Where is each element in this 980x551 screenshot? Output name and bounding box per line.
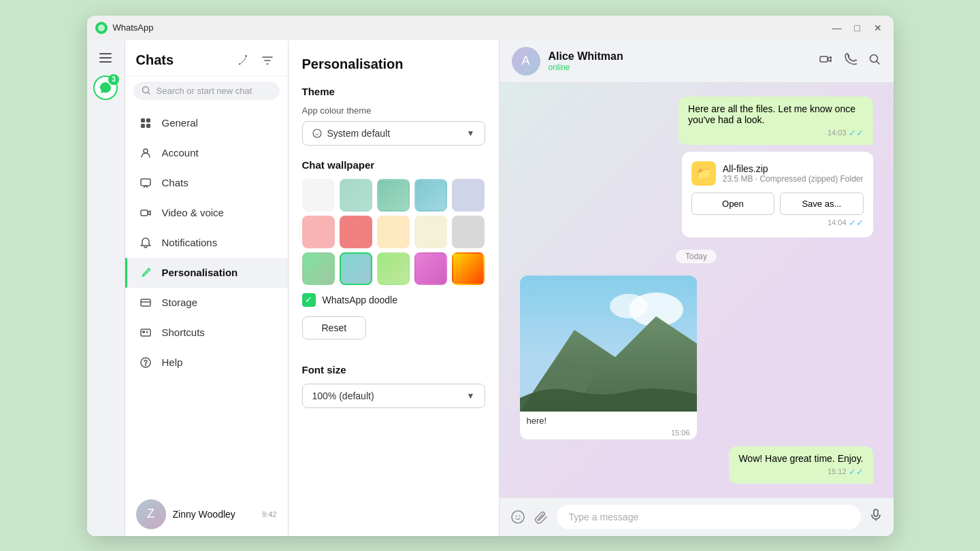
- svg-point-26: [515, 515, 517, 516]
- filter-icon[interactable]: [258, 51, 277, 70]
- svg-rect-8: [146, 124, 150, 128]
- save-file-button[interactable]: Save as...: [780, 193, 863, 215]
- svg-point-9: [144, 149, 148, 153]
- wallpaper-swatch-5[interactable]: [452, 179, 485, 212]
- minimize-button[interactable]: —: [830, 20, 845, 35]
- avatar-placeholder: Z: [136, 499, 166, 529]
- svg-rect-28: [874, 510, 878, 516]
- wallpaper-grid: [302, 179, 485, 285]
- compose-icon[interactable]: [233, 51, 252, 70]
- svg-rect-3: [99, 61, 112, 63]
- svg-rect-10: [141, 179, 150, 186]
- sidebar-item-storage[interactable]: Storage: [125, 288, 288, 318]
- video-call-icon[interactable]: [819, 52, 832, 69]
- file-actions: Open Save as...: [691, 193, 864, 215]
- sidebar-item-general[interactable]: General: [125, 108, 288, 138]
- font-section: Font size 100% (default) ▼: [302, 364, 485, 408]
- title-bar: WhatsApp — □ ✕: [87, 16, 894, 40]
- sidebar-label-personalisation: Personalisation: [162, 267, 238, 278]
- doodle-label: WhatsApp doodle: [323, 295, 398, 305]
- wallpaper-swatch-9[interactable]: [414, 216, 447, 248]
- sidebar-title: Chats: [136, 52, 174, 68]
- sidebar-label-shortcuts: Shortcuts: [162, 327, 205, 338]
- file-details: All-files.zip 23.5 MB · Compressed (zipp…: [723, 163, 864, 184]
- svg-point-27: [519, 515, 520, 516]
- close-button[interactable]: ✕: [870, 20, 885, 35]
- svg-rect-7: [141, 124, 145, 128]
- attachment-icon[interactable]: [534, 510, 549, 524]
- photo-caption: here! 15:06: [520, 412, 697, 439]
- file-message: 📁 All-files.zip 23.5 MB · Compressed (zi…: [682, 152, 873, 237]
- message-time-4: 15:12 ✓✓: [738, 467, 863, 477]
- svg-rect-12: [141, 299, 150, 306]
- sidebar-item-help[interactable]: Help: [125, 348, 288, 378]
- message-bubble-4: Wow! Have great time. Enjoy. 15:12 ✓✓: [729, 446, 872, 484]
- sidebar-item-account[interactable]: Account: [125, 138, 288, 168]
- font-size-dropdown[interactable]: 100% (default) ▼: [302, 384, 485, 408]
- app-window: WhatsApp — □ ✕ 3: [87, 16, 894, 536]
- wallpaper-swatch-7[interactable]: [340, 216, 372, 248]
- wallpaper-swatch-12[interactable]: [340, 252, 372, 285]
- photo-image[interactable]: [520, 276, 697, 412]
- wallpaper-swatch-4[interactable]: [414, 179, 447, 212]
- svg-rect-5: [141, 118, 145, 122]
- voice-call-icon[interactable]: [843, 52, 857, 69]
- svg-point-25: [512, 511, 524, 523]
- emoji-icon[interactable]: [510, 510, 525, 524]
- tick-icon-1: ✓✓: [849, 128, 864, 138]
- contact-avatar[interactable]: A: [512, 47, 540, 76]
- sidebar-item-shortcuts[interactable]: Shortcuts: [125, 318, 288, 348]
- chat-badge: 3: [108, 74, 119, 85]
- contact-name: Alice Whitman: [549, 50, 623, 63]
- menu-icon[interactable]: [93, 46, 118, 70]
- mic-icon[interactable]: [869, 508, 883, 525]
- sidebar: Chats: [125, 40, 289, 536]
- svg-rect-1: [99, 53, 112, 54]
- wallpaper-swatch-13[interactable]: [377, 252, 410, 285]
- chat-messages: Here are all the files. Let me know once…: [500, 83, 894, 497]
- search-chat-icon[interactable]: [868, 52, 881, 69]
- settings-title: Personalisation: [302, 56, 485, 72]
- chat-input-bar: [500, 497, 894, 536]
- svg-point-0: [98, 24, 105, 31]
- wallpaper-swatch-6[interactable]: [302, 216, 335, 248]
- svg-rect-18: [820, 56, 828, 62]
- open-file-button[interactable]: Open: [691, 193, 774, 215]
- chat-contact: Zinny Woodley: [173, 509, 235, 520]
- window-controls: — □ ✕: [830, 20, 885, 35]
- wallpaper-swatch-14[interactable]: [414, 252, 447, 285]
- icon-bar: 3: [87, 40, 125, 536]
- wallpaper-swatch-11[interactable]: [302, 252, 335, 285]
- tick-icon-2: ✓✓: [849, 218, 864, 228]
- reset-button[interactable]: Reset: [302, 316, 367, 339]
- doodle-checkbox[interactable]: ✓: [302, 293, 316, 307]
- wallpaper-swatch-1[interactable]: [302, 179, 335, 212]
- sidebar-item-chats[interactable]: Chats: [125, 168, 288, 198]
- svg-rect-14: [142, 331, 145, 333]
- search-input[interactable]: [157, 86, 272, 96]
- wallpaper-swatch-3[interactable]: [377, 179, 410, 212]
- wallpaper-swatch-2[interactable]: [340, 179, 372, 212]
- wallpaper-swatch-8[interactable]: [377, 216, 410, 248]
- message-text-4: Wow! Have great time. Enjoy.: [738, 453, 863, 464]
- theme-dropdown[interactable]: System default ▼: [302, 121, 485, 146]
- notifications-icon: [139, 236, 152, 250]
- maximize-button[interactable]: □: [850, 20, 865, 35]
- sidebar-item-notifications[interactable]: Notifications: [125, 228, 288, 258]
- wallpaper-section: Chat wallpaper: [302, 159, 485, 353]
- chat-tab-icon[interactable]: 3: [93, 76, 118, 100]
- theme-value: System default: [312, 128, 391, 139]
- help-icon: [139, 356, 152, 369]
- sidebar-item-video-voice[interactable]: Video & voice: [125, 198, 288, 228]
- message-input[interactable]: [557, 505, 861, 529]
- wallpaper-swatch-10[interactable]: [452, 216, 485, 248]
- search-bar[interactable]: [133, 82, 280, 100]
- sidebar-item-personalisation[interactable]: Personalisation: [125, 258, 288, 288]
- chat-list-item[interactable]: Z Zinny Woodley 9:42: [125, 492, 288, 536]
- chat-header: A Alice Whitman online: [500, 40, 894, 83]
- sidebar-actions: [233, 51, 277, 70]
- photo-time: 15:06: [527, 429, 690, 437]
- wallpaper-swatch-15[interactable]: [452, 252, 485, 285]
- sidebar-label-video-voice: Video & voice: [162, 207, 224, 218]
- app-body: 3 Chats: [87, 40, 894, 536]
